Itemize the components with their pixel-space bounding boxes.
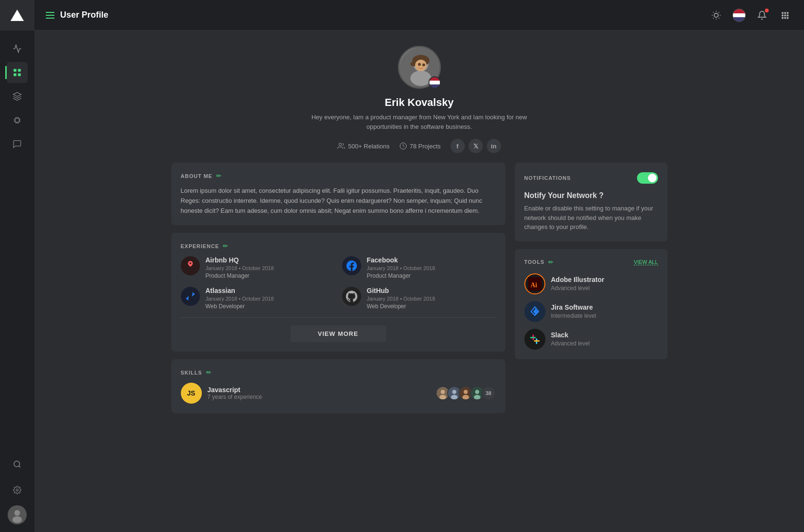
svg-rect-22 <box>782 14 783 16</box>
relations-count: 500+ Relations <box>348 143 389 150</box>
twitter-social-btn[interactable]: 𝕏 <box>469 139 483 153</box>
flag-icon[interactable] <box>731 8 747 23</box>
skills-card: SKILLS ✏ JS Javascript 7 years of experi… <box>171 359 505 413</box>
sun-icon[interactable] <box>709 8 724 23</box>
right-panel: NOTIFICATIONS Notify Your Network ? Enab… <box>515 163 668 413</box>
notifications-header: NOTIFICATIONS <box>524 172 658 184</box>
projects-icon <box>399 142 407 150</box>
profile-avatar-container <box>398 46 441 89</box>
sidebar-item-processor[interactable] <box>7 110 28 131</box>
view-more-button[interactable]: VIEW MORE <box>291 325 386 342</box>
experience-edit-icon[interactable]: ✏ <box>223 242 228 250</box>
facebook-info: Facebook January 2018 • October 2018 Pro… <box>367 256 435 279</box>
facebook-dates: January 2018 • October 2018 <box>367 265 435 271</box>
sidebar-item-settings[interactable] <box>7 480 28 501</box>
svg-point-5 <box>14 461 20 467</box>
airbnb-role: Product Manager <box>206 272 274 279</box>
tool-jira: Jira Software Intermediate level <box>524 301 658 322</box>
grid-apps-icon[interactable] <box>777 8 793 23</box>
sidebar-bottom <box>7 446 28 532</box>
logo-triangle-icon <box>10 10 24 21</box>
sidebar-nav <box>7 31 28 446</box>
page-title: User Profile <box>60 10 703 20</box>
hamburger-menu-icon[interactable] <box>46 12 54 19</box>
skill-javascript: JS Javascript 7 years of experience <box>181 383 496 404</box>
facebook-role: Product Manager <box>367 272 435 279</box>
github-dates: January 2018 • October 2018 <box>367 296 435 302</box>
svg-point-54 <box>525 330 544 349</box>
slack-logo <box>524 329 545 350</box>
logo[interactable] <box>0 0 34 31</box>
svg-point-30 <box>410 71 431 86</box>
svg-text:Ai: Ai <box>530 282 537 289</box>
tools-edit-icon[interactable]: ✏ <box>548 259 553 266</box>
linkedin-social-btn[interactable]: in <box>487 139 501 153</box>
svg-point-42 <box>452 390 456 394</box>
user-avatar-sidebar[interactable] <box>8 505 27 524</box>
skill-avatars: 38 <box>436 386 496 400</box>
svg-rect-27 <box>787 17 789 19</box>
skills-edit-icon[interactable]: ✏ <box>206 369 211 376</box>
skills-card-header: SKILLS ✏ <box>181 369 496 376</box>
about-card-header: ABOUT ME ✏ <box>181 172 496 179</box>
adobe-illustrator-logo: Ai <box>524 273 545 294</box>
airbnb-logo <box>181 256 200 275</box>
airbnb-dates: January 2018 • October 2018 <box>206 265 274 271</box>
left-column: ABOUT ME ✏ Lorem ipsum dolor sit amet, c… <box>171 163 505 413</box>
view-all-tools-link[interactable]: VIEW ALL <box>634 259 658 265</box>
notification-bell-icon[interactable] <box>754 8 770 23</box>
profile-header: Erik Kovalsky Hey everyone, Iam a produc… <box>34 31 804 163</box>
facebook-social-btn[interactable]: f <box>450 139 465 153</box>
svg-rect-1 <box>18 69 21 72</box>
svg-rect-23 <box>784 14 786 16</box>
notify-network-desc: Enable or disable this setting to manage… <box>524 204 658 232</box>
svg-rect-25 <box>782 17 783 19</box>
svg-point-46 <box>462 395 469 400</box>
svg-point-45 <box>463 390 468 394</box>
sidebar-item-3d[interactable] <box>7 86 28 107</box>
tools-header: TOOLS ✏ VIEW ALL <box>524 259 658 266</box>
exp-atlassian: Atlassian January 2018 • October 2018 We… <box>181 287 334 310</box>
svg-point-9 <box>12 516 22 523</box>
js-badge: JS <box>181 383 202 404</box>
exp-airbnb: Airbnb HQ January 2018 • October 2018 Pr… <box>181 256 334 279</box>
tool-adobe-illustrator: Ai Adobe Illustrator Advanced level <box>524 273 658 294</box>
svg-rect-58 <box>534 340 540 342</box>
sidebar-item-activity[interactable] <box>7 38 28 59</box>
skill-info: Javascript 7 years of experience <box>208 386 430 400</box>
sidebar-item-search[interactable] <box>7 454 28 475</box>
sidebar-item-dashboard[interactable] <box>7 62 28 83</box>
header: User Profile <box>34 0 804 31</box>
projects-stat: 78 Projects <box>399 142 441 150</box>
profile-stats: 500+ Relations 78 Projects f 𝕏 in <box>337 139 501 153</box>
about-edit-icon[interactable]: ✏ <box>216 172 221 179</box>
sidebar-item-chat[interactable] <box>7 134 28 155</box>
atlassian-info: Atlassian January 2018 • October 2018 We… <box>206 287 274 310</box>
exp-github: GitHub January 2018 • October 2018 Web D… <box>342 287 496 310</box>
adobe-illustrator-info: Adobe Illustrator Advanced level <box>551 276 605 292</box>
svg-point-8 <box>14 510 20 516</box>
atlassian-role: Web Developer <box>206 303 274 310</box>
header-actions <box>709 8 793 23</box>
svg-rect-57 <box>530 337 536 338</box>
atlassian-dates: January 2018 • October 2018 <box>206 296 274 302</box>
about-me-card: ABOUT ME ✏ Lorem ipsum dolor sit amet, c… <box>171 163 505 225</box>
main-content: User Profile <box>34 0 804 532</box>
svg-point-10 <box>714 13 718 17</box>
github-info: GitHub January 2018 • October 2018 Web D… <box>367 287 435 310</box>
svg-line-17 <box>713 18 714 18</box>
svg-point-43 <box>451 395 458 400</box>
adobe-illustrator-name: Adobe Illustrator <box>551 276 605 283</box>
slack-info: Slack Advanced level <box>551 331 590 347</box>
profile-flag-icon <box>428 76 441 89</box>
svg-rect-2 <box>14 73 17 76</box>
social-links: f 𝕏 in <box>450 139 501 153</box>
notifications-toggle[interactable] <box>637 172 658 184</box>
notification-dot <box>765 9 769 12</box>
facebook-company: Facebook <box>367 256 435 264</box>
svg-rect-24 <box>787 14 789 16</box>
slack-name: Slack <box>551 331 590 339</box>
about-title: ABOUT ME <box>181 173 213 179</box>
svg-point-48 <box>475 390 479 394</box>
svg-line-13 <box>713 12 714 12</box>
